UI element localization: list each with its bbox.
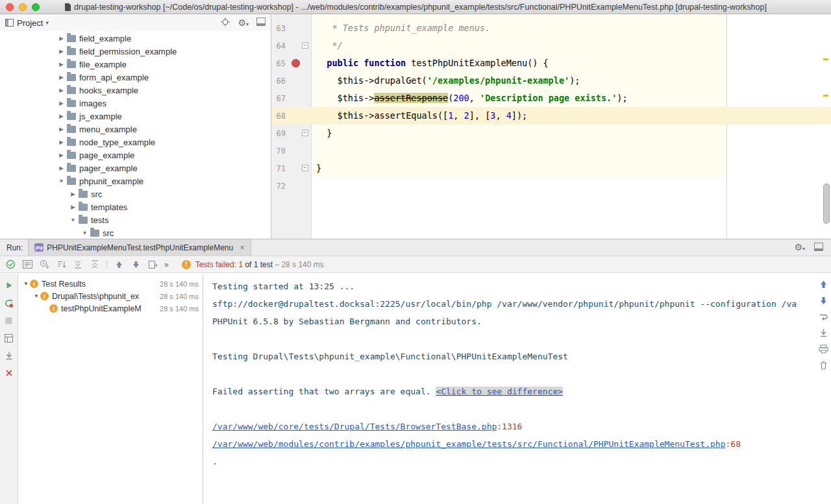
project-tree-item[interactable]: ▶templates — [0, 200, 271, 213]
editor-code-cell[interactable]: $this->drupalGet('/examples/phpunit-exam… — [312, 72, 831, 90]
editor-line[interactable]: 68 $this->assertEquals([1, 2], [3, 4]); — [271, 107, 831, 125]
project-tree-item[interactable]: ▶field_example — [0, 32, 271, 45]
project-tree-item[interactable]: ▶node_type_example — [0, 136, 271, 149]
editor-line[interactable]: 63 * Tests phpunit_example menus. — [271, 19, 831, 37]
soft-wrap-icon[interactable] — [818, 311, 828, 322]
collapse-all-icon[interactable] — [90, 259, 100, 270]
editor-gutter-cell[interactable]: 66 — [271, 72, 312, 90]
chevron-down-icon[interactable]: ▾ — [45, 19, 49, 26]
editor-code-cell[interactable]: } — [312, 125, 831, 142]
fold-marker-icon[interactable]: − — [302, 165, 308, 171]
editor-gutter-cell[interactable]: 64− — [271, 37, 312, 54]
expand-all-icon[interactable] — [73, 259, 83, 270]
project-tree-item[interactable]: ▶hooks_example — [0, 84, 271, 97]
editor-scrollbar-thumb[interactable] — [823, 184, 830, 224]
editor-line[interactable]: 72 — [271, 177, 831, 195]
editor-code-cell[interactable]: } — [312, 160, 831, 177]
project-tree-item[interactable]: ▶pager_example — [0, 162, 271, 174]
chevron-right-icon[interactable]: ▶ — [57, 35, 66, 42]
settings-gear-icon[interactable]: ⚙▾ — [238, 18, 249, 28]
chevron-right-icon[interactable]: ▶ — [57, 87, 66, 93]
editor-line[interactable]: 67 $this->assertResponse(200, 'Descripti… — [271, 90, 831, 107]
chevron-right-icon[interactable]: ▶ — [57, 139, 66, 145]
previous-failed-test-icon[interactable] — [114, 259, 124, 270]
editor-code-cell[interactable]: $this->assertEquals([1, 2], [3, 4]); — [312, 107, 831, 125]
editor-gutter-cell[interactable]: 68 — [271, 107, 312, 125]
project-tree-item[interactable]: ▼src — [0, 226, 271, 239]
toolbar-overflow-icon[interactable]: » — [164, 260, 169, 269]
test-case-row[interactable]: ! testPhpUnitExampleM 28 s 140 ms — [18, 302, 203, 315]
editor-code-cell[interactable] — [312, 177, 831, 195]
chevron-down-icon[interactable]: ▼ — [32, 293, 40, 299]
editor-line[interactable]: 71−} — [271, 160, 831, 177]
run-settings-gear-icon[interactable]: ⚙▾ — [794, 243, 805, 252]
fold-marker-icon[interactable]: − — [302, 130, 308, 136]
project-tree-item[interactable]: ▶images — [0, 97, 271, 110]
clear-console-icon[interactable] — [818, 360, 828, 370]
chevron-right-icon[interactable]: ▶ — [57, 152, 66, 158]
warning-stripe-mark[interactable] — [823, 95, 828, 97]
hide-tool-window-icon[interactable] — [814, 243, 823, 253]
project-tree-item[interactable]: ▼phpunit_example — [0, 174, 271, 187]
chevron-down-icon[interactable]: ▼ — [22, 281, 30, 287]
editor-line[interactable]: 65 public function testPhpUnitExampleMen… — [271, 54, 831, 72]
chevron-right-icon[interactable]: ▶ — [57, 165, 66, 171]
editor-code-cell[interactable]: */ — [312, 37, 831, 54]
chevron-right-icon[interactable]: ▶ — [57, 48, 66, 54]
editor-gutter-cell[interactable]: 72 — [271, 177, 312, 195]
chevron-right-icon[interactable]: ▶ — [69, 191, 77, 197]
editor-line[interactable]: 66 $this->drupalGet('/examples/phpunit-e… — [271, 72, 831, 90]
stop-button[interactable] — [4, 315, 14, 326]
run-configuration-tab[interactable]: php PHPUnitExampleMenuTest.testPhpUnitEx… — [28, 239, 251, 256]
print-icon[interactable] — [818, 344, 828, 354]
sort-by-duration-icon[interactable] — [39, 259, 49, 270]
next-failed-test-icon[interactable] — [130, 259, 141, 270]
editor-gutter-cell[interactable]: 65 — [271, 54, 312, 72]
next-occurrence-icon[interactable] — [818, 295, 828, 306]
editor-line[interactable]: 69− } — [271, 125, 831, 142]
scroll-to-trace-button[interactable] — [4, 350, 14, 361]
chevron-down-icon[interactable]: ▼ — [57, 178, 66, 184]
chevron-right-icon[interactable]: ▶ — [69, 204, 77, 210]
chevron-right-icon[interactable]: ▶ — [57, 126, 66, 132]
editor-line[interactable]: 70 — [271, 142, 831, 160]
editor-code-cell[interactable]: * Tests phpunit_example menus. — [312, 19, 831, 37]
project-tree-item[interactable]: ▶field_permission_example — [0, 45, 271, 58]
close-tab-icon[interactable]: × — [240, 243, 245, 252]
zoom-window-button[interactable] — [32, 3, 40, 11]
console-link[interactable]: /var/www/web/core/tests/Drupal/Tests/Bro… — [212, 422, 497, 431]
previous-occurrence-icon[interactable] — [818, 279, 828, 289]
project-tree-item[interactable]: ▶src — [0, 187, 271, 200]
editor-gutter-cell[interactable]: 71− — [271, 160, 312, 177]
project-tree-item[interactable]: ▶menu_example — [0, 123, 271, 136]
scroll-to-end-icon[interactable] — [818, 328, 828, 338]
close-window-button[interactable] — [6, 3, 14, 11]
close-panel-button[interactable] — [4, 368, 14, 378]
code-editor[interactable]: 63 * Tests phpunit_example menus.64− */6… — [271, 14, 831, 239]
project-tree-item[interactable]: ▶file_example — [0, 58, 271, 71]
rerun-button[interactable] — [4, 280, 14, 291]
restore-layout-button[interactable] — [4, 333, 14, 343]
hide-panel-icon[interactable] — [256, 18, 266, 28]
editor-code-cell[interactable]: $this->assertResponse(200, 'Description … — [312, 90, 831, 107]
show-ignored-icon[interactable] — [22, 259, 32, 270]
console-link[interactable]: /var/www/web/modules/contrib/examples/ph… — [212, 439, 726, 449]
chevron-right-icon[interactable]: ▶ — [57, 113, 66, 119]
rerun-failed-tests-button[interactable] — [4, 298, 14, 308]
editor-code-cell[interactable] — [312, 142, 831, 160]
project-tree-item[interactable]: ▶form_api_example — [0, 71, 271, 84]
project-panel-header[interactable]: Project ▾ ⚙▾ — [0, 14, 271, 31]
editor-gutter-cell[interactable]: 63 — [271, 19, 312, 37]
editor-gutter-cell[interactable]: 70 — [271, 142, 312, 160]
editor-gutter-cell[interactable]: 67 — [271, 90, 312, 107]
fold-marker-icon[interactable]: − — [302, 42, 308, 49]
project-tree-item[interactable]: ▶page_example — [0, 149, 271, 162]
editor-gutter-cell[interactable]: 69− — [271, 125, 312, 142]
breakpoint-icon[interactable] — [291, 59, 300, 67]
console-link[interactable]: <Click to see difference> — [436, 387, 563, 396]
chevron-right-icon[interactable]: ▶ — [57, 74, 66, 80]
test-console[interactable]: Testing started at 13:25 ...sftp://docke… — [203, 274, 831, 504]
test-history-icon[interactable] — [147, 259, 158, 270]
project-tree-item[interactable]: ▼tests — [0, 213, 271, 226]
editor-line[interactable]: 64− */ — [271, 37, 831, 54]
